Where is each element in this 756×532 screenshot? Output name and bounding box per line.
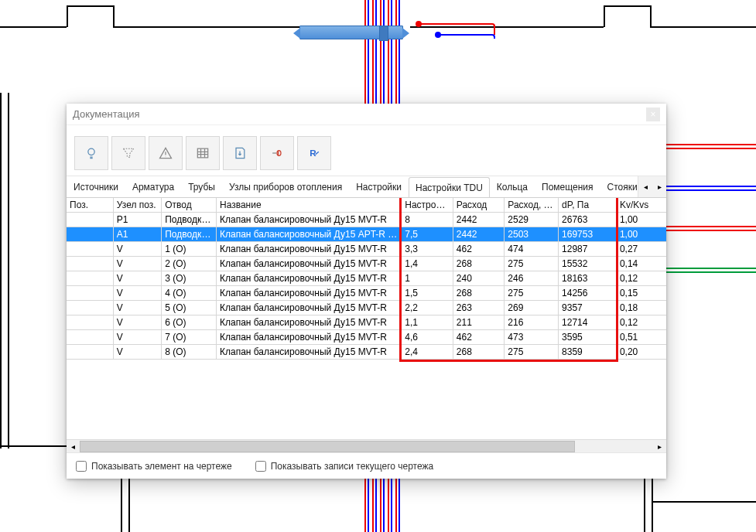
table-header-row: Поз.Узел поз.ОтводНазваниеНастройкаРасхо…: [67, 198, 666, 213]
filter-icon[interactable]: [111, 136, 145, 170]
tab-4[interactable]: Настройки: [349, 176, 409, 197]
column-header[interactable]: Настройка: [402, 198, 453, 213]
table-row[interactable]: V1 (O)Клапан балансировочный Ду15 MVT-R3…: [67, 242, 666, 257]
table-row[interactable]: V4 (O)Клапан балансировочный Ду15 MVT-R1…: [67, 286, 666, 301]
svg-point-2: [277, 151, 281, 156]
tab-strip: ИсточникиАрматураТрубыУзлы приборов отоп…: [67, 176, 666, 198]
svg-rect-1: [197, 148, 207, 158]
table-row[interactable]: V6 (O)Клапан балансировочный Ду15 MVT-R1…: [67, 315, 666, 330]
column-header[interactable]: Название: [216, 198, 401, 213]
warning-icon[interactable]: [149, 136, 183, 170]
table-row[interactable]: V7 (O)Клапан балансировочный Ду15 MVT-R4…: [67, 330, 666, 345]
tab-5[interactable]: Настройки TDU: [409, 177, 490, 198]
tab-6[interactable]: Кольца: [490, 176, 535, 197]
scroll-right-icon[interactable]: ▸: [653, 440, 666, 453]
tab-3[interactable]: Узлы приборов отопления: [222, 176, 349, 197]
show-current-drawing-checkbox[interactable]: Показывать записи текущего чертежа: [255, 461, 434, 472]
documentation-dialog: Документация × R ИсточникиАрматураТрубыУ…: [67, 104, 666, 479]
column-header[interactable]: Поз.: [67, 198, 113, 213]
scroll-left-icon[interactable]: ◂: [67, 440, 80, 453]
close-icon[interactable]: ×: [646, 107, 660, 121]
tab-0[interactable]: Источники: [67, 176, 125, 197]
balancing-valve-symbol: [299, 26, 403, 39]
column-header[interactable]: Расход: [453, 198, 505, 213]
svg-point-0: [88, 148, 94, 155]
dialog-footer: Показывать элемент на чертеже Показывать…: [67, 452, 666, 479]
svg-text:R: R: [310, 148, 316, 158]
tab-2[interactable]: Трубы: [181, 176, 222, 197]
bulb-icon[interactable]: [74, 136, 108, 170]
column-header[interactable]: dP, Па: [559, 198, 617, 213]
export-icon[interactable]: [223, 136, 257, 170]
column-header[interactable]: Отвод: [162, 198, 217, 213]
pipe-icon[interactable]: [260, 136, 294, 170]
column-header[interactable]: Расход, л/ч: [505, 198, 559, 213]
horizontal-scrollbar[interactable]: ◂ ▸: [67, 439, 666, 452]
tab-1[interactable]: Арматура: [125, 176, 181, 197]
table-row[interactable]: V5 (O)Клапан балансировочный Ду15 MVT-R2…: [67, 301, 666, 315]
titlebar[interactable]: Документация ×: [67, 104, 666, 125]
table-row[interactable]: P1Подводка...Клапан балансировочный Ду15…: [67, 213, 666, 227]
revit-icon[interactable]: R: [297, 136, 331, 170]
tab-scroll-left[interactable]: ◂: [638, 176, 652, 197]
toolbar: R: [67, 125, 666, 176]
scrollbar-thumb[interactable]: [80, 441, 575, 452]
table-row[interactable]: A1Подводка...Клапан балансировочный Ду15…: [67, 227, 666, 242]
table-row[interactable]: V3 (O)Клапан балансировочный Ду15 MVT-R1…: [67, 271, 666, 286]
column-header[interactable]: Kv/Kvs: [616, 198, 666, 213]
tab-scroll-right[interactable]: ▸: [652, 176, 666, 197]
column-header[interactable]: Узел поз.: [113, 198, 161, 213]
dialog-title: Документация: [73, 108, 140, 120]
table-area: Поз.Узел поз.ОтводНазваниеНастройкаРасхо…: [67, 198, 666, 439]
tab-7[interactable]: Помещения: [535, 176, 600, 197]
tab-scroll-buttons: ◂ ▸: [638, 176, 666, 197]
table-row[interactable]: V8 (O)Клапан балансировочный Ду15 MVT-R2…: [67, 345, 666, 360]
grid-icon[interactable]: [186, 136, 220, 170]
data-table[interactable]: Поз.Узел поз.ОтводНазваниеНастройкаРасхо…: [67, 198, 666, 360]
show-on-drawing-checkbox[interactable]: Показывать элемент на чертеже: [76, 461, 232, 472]
table-row[interactable]: V2 (O)Клапан балансировочный Ду15 MVT-R1…: [67, 257, 666, 271]
